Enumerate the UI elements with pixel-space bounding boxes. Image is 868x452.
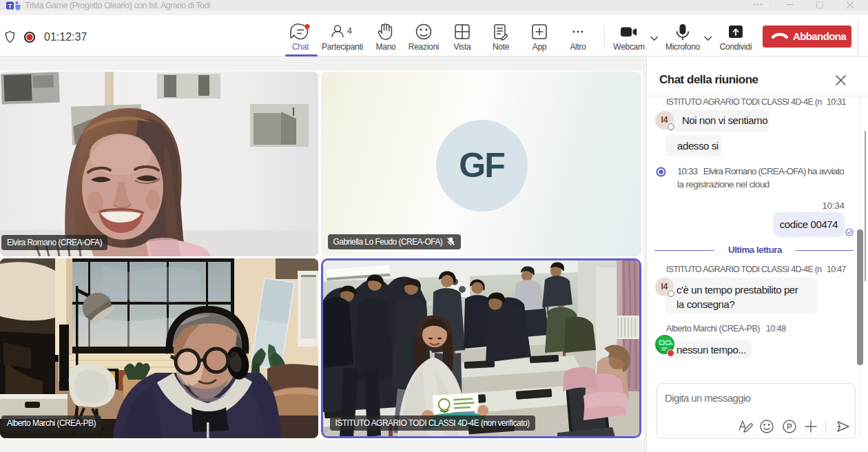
svg-text:T: T [8,3,12,10]
